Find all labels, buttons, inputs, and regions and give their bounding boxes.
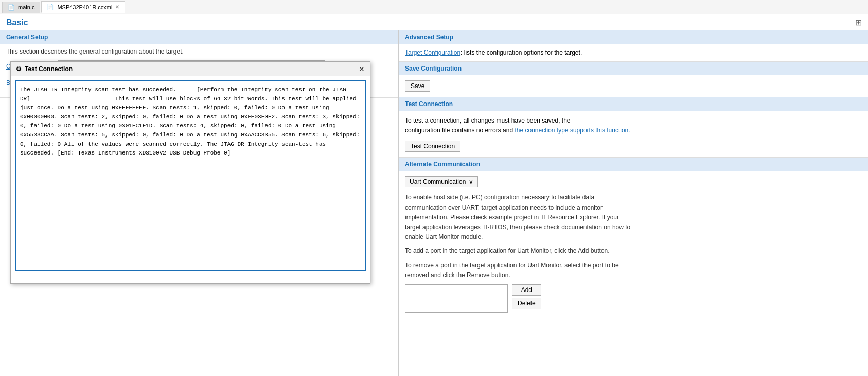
dialog-footer xyxy=(11,275,370,283)
uart-desc-1: To enable host side (i.e. PC) configurat… xyxy=(405,193,862,242)
general-setup-desc: This section describes the general confi… xyxy=(6,48,392,55)
dialog-title: ⚙ Test Connection xyxy=(16,65,73,73)
port-list-container: Add Delete xyxy=(405,284,862,313)
right-panel: Advanced Setup Target Configuration: lis… xyxy=(399,30,868,376)
add-button[interactable]: Add xyxy=(512,284,541,296)
test-connection-button[interactable]: Test Connection xyxy=(405,141,460,152)
delete-button[interactable]: Delete xyxy=(512,298,541,309)
test-connection-dialog: ⚙ Test Connection ✕ The JTAG IR Integrit… xyxy=(10,61,370,284)
tab-bar: 📄 main.c 📄 MSP432P401R.ccxml ✕ xyxy=(0,0,868,14)
main-layout: General Setup This section describes the… xyxy=(0,30,868,376)
save-config-header: Save Configuration xyxy=(399,62,868,75)
page-title-bar: Basic ⊞ xyxy=(0,14,868,30)
test-connection-header: Test Connection xyxy=(399,97,868,111)
advanced-setup-header: Advanced Setup xyxy=(399,30,868,44)
uart-desc-3: To remove a port in the target applicati… xyxy=(405,261,862,280)
page-title: Basic xyxy=(6,18,28,27)
test-connection-body: To test a connection, all changes must h… xyxy=(399,111,868,157)
chevron-down-icon: ∨ xyxy=(469,178,473,185)
uart-dropdown-label: Uart Communication xyxy=(410,178,466,185)
close-icon[interactable]: ✕ xyxy=(115,4,119,10)
dialog-output-area[interactable]: The JTAG IR Integrity scan-test has succ… xyxy=(15,80,366,271)
test-connection-section: Test Connection To test a connection, al… xyxy=(399,97,868,158)
port-btn-group: Add Delete xyxy=(512,284,541,313)
save-config-body: Save xyxy=(399,75,868,97)
tab-msp432-label: MSP432P401R.ccxml xyxy=(57,4,112,10)
dialog-body: The JTAG IR Integrity scan-test has succ… xyxy=(11,76,370,275)
alternate-comm-header: Alternate Communication xyxy=(399,158,868,171)
dialog-icon: ⚙ xyxy=(16,65,22,73)
save-button[interactable]: Save xyxy=(405,80,430,92)
advanced-setup-body: Target Configuration: lists the configur… xyxy=(399,44,868,61)
grid-icon[interactable]: ⊞ xyxy=(855,18,862,27)
target-config-desc: : lists the configuration options for th… xyxy=(460,49,582,56)
left-panel: General Setup This section describes the… xyxy=(0,30,399,376)
uart-dropdown-row: Uart Communication ∨ xyxy=(405,176,862,187)
test-connection-desc-link: the connection type supports this functi… xyxy=(515,127,630,134)
test-connection-desc: To test a connection, all changes must h… xyxy=(405,116,862,135)
file-icon: 📄 xyxy=(8,4,15,11)
target-config-para: Target Configuration: lists the configur… xyxy=(405,49,862,56)
tab-msp432-ccxml[interactable]: 📄 MSP432P401R.ccxml ✕ xyxy=(41,1,125,13)
alternate-comm-body: Uart Communication ∨ To enable host side… xyxy=(399,171,868,318)
save-config-section: Save Configuration Save xyxy=(399,62,868,97)
dialog-close-button[interactable]: ✕ xyxy=(359,65,365,73)
tab-main-c-label: main.c xyxy=(18,4,34,10)
uart-dropdown-button[interactable]: Uart Communication ∨ xyxy=(405,176,478,187)
general-setup-header: General Setup xyxy=(0,30,398,44)
file-icon-2: 📄 xyxy=(47,4,54,10)
dialog-title-bar: ⚙ Test Connection ✕ xyxy=(11,62,370,76)
target-config-link[interactable]: Target Configuration xyxy=(405,49,460,56)
alternate-comm-section: Alternate Communication Uart Communicati… xyxy=(399,158,868,318)
tab-main-c[interactable]: 📄 main.c xyxy=(2,2,40,13)
dialog-title-text: Test Connection xyxy=(25,65,73,73)
uart-desc-2: To add a port in the target application … xyxy=(405,246,862,256)
advanced-setup-section: Advanced Setup Target Configuration: lis… xyxy=(399,30,868,62)
port-list[interactable] xyxy=(405,284,508,313)
